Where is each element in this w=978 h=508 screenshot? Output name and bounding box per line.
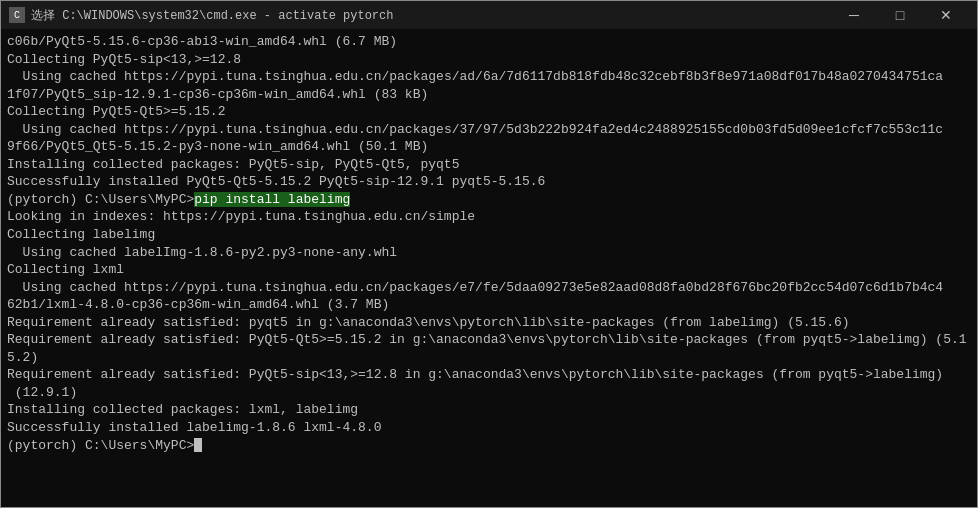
terminal-line: Collecting lxml bbox=[7, 261, 971, 279]
terminal-line: (12.9.1) bbox=[7, 384, 971, 402]
terminal-line: Using cached https://pypi.tuna.tsinghua.… bbox=[7, 68, 971, 86]
terminal-line: Collecting labelimg bbox=[7, 226, 971, 244]
terminal-line: Looking in indexes: https://pypi.tuna.ts… bbox=[7, 208, 971, 226]
cursor bbox=[194, 438, 202, 452]
prompt-text: (pytorch) C:\Users\MyPC> bbox=[7, 192, 194, 207]
title-bar: C 选择 C:\WINDOWS\system32\cmd.exe - activ… bbox=[1, 1, 977, 29]
title-text: 选择 C:\WINDOWS\system32\cmd.exe - activat… bbox=[31, 7, 393, 24]
terminal-line: 9f66/PyQt5_Qt5-5.15.2-py3-none-win_amd64… bbox=[7, 138, 971, 156]
terminal-body[interactable]: c06b/PyQt5-5.15.6-cp36-abi3-win_amd64.wh… bbox=[1, 29, 977, 507]
command-text: pip install labelimg bbox=[194, 192, 350, 207]
maximize-button[interactable]: □ bbox=[877, 1, 923, 29]
terminal-line: 1f07/PyQt5_sip-12.9.1-cp36-cp36m-win_amd… bbox=[7, 86, 971, 104]
title-bar-controls: ─ □ ✕ bbox=[831, 1, 969, 29]
terminal-line: (pytorch) C:\Users\MyPC>pip install labe… bbox=[7, 191, 971, 209]
minimize-button[interactable]: ─ bbox=[831, 1, 877, 29]
terminal-line: c06b/PyQt5-5.15.6-cp36-abi3-win_amd64.wh… bbox=[7, 33, 971, 51]
cmd-window: C 选择 C:\WINDOWS\system32\cmd.exe - activ… bbox=[0, 0, 978, 508]
terminal-line: Requirement already satisfied: PyQt5-Qt5… bbox=[7, 331, 971, 366]
terminal-line: Installing collected packages: PyQt5-sip… bbox=[7, 156, 971, 174]
terminal-line: (pytorch) C:\Users\MyPC> bbox=[7, 437, 971, 455]
terminal-line: Installing collected packages: lxml, lab… bbox=[7, 401, 971, 419]
cmd-icon: C bbox=[9, 7, 25, 23]
terminal-line: 62b1/lxml-4.8.0-cp36-cp36m-win_amd64.whl… bbox=[7, 296, 971, 314]
terminal-line: Using cached https://pypi.tuna.tsinghua.… bbox=[7, 279, 971, 297]
terminal-line: Collecting PyQt5-sip<13,>=12.8 bbox=[7, 51, 971, 69]
terminal-line: Successfully installed labelimg-1.8.6 lx… bbox=[7, 419, 971, 437]
terminal-line: Using cached labelImg-1.8.6-py2.py3-none… bbox=[7, 244, 971, 262]
title-bar-left: C 选择 C:\WINDOWS\system32\cmd.exe - activ… bbox=[9, 7, 393, 24]
terminal-line: Successfully installed PyQt5-Qt5-5.15.2 … bbox=[7, 173, 971, 191]
terminal-line: Requirement already satisfied: pyqt5 in … bbox=[7, 314, 971, 332]
terminal-line: Collecting PyQt5-Qt5>=5.15.2 bbox=[7, 103, 971, 121]
close-button[interactable]: ✕ bbox=[923, 1, 969, 29]
terminal-line: Using cached https://pypi.tuna.tsinghua.… bbox=[7, 121, 971, 139]
terminal-line: Requirement already satisfied: PyQt5-sip… bbox=[7, 366, 971, 384]
